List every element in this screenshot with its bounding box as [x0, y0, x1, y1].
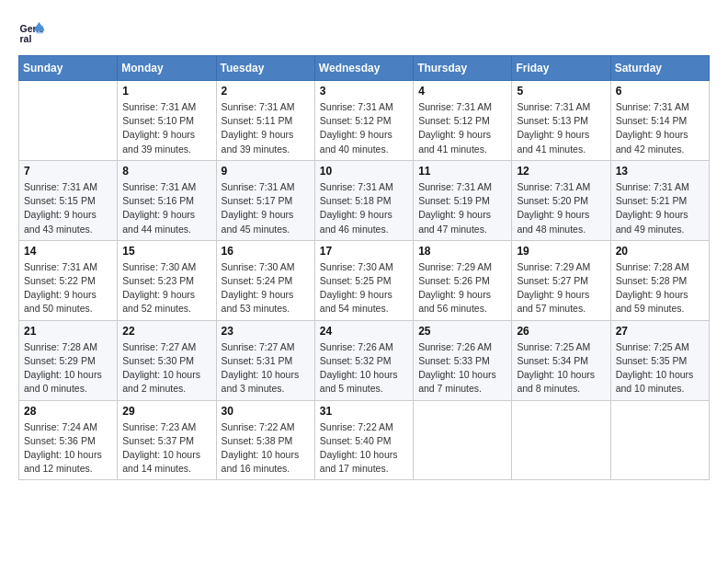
- calendar-cell: 3Sunrise: 7:31 AMSunset: 5:12 PMDaylight…: [314, 81, 413, 161]
- calendar-cell: 24Sunrise: 7:26 AMSunset: 5:32 PMDayligh…: [314, 320, 413, 400]
- day-info: Sunrise: 7:30 AMSunset: 5:23 PMDaylight:…: [122, 260, 210, 316]
- calendar-cell: 26Sunrise: 7:25 AMSunset: 5:34 PMDayligh…: [512, 320, 610, 400]
- calendar-cell: 9Sunrise: 7:31 AMSunset: 5:17 PMDaylight…: [216, 160, 314, 240]
- calendar-cell: [512, 400, 610, 480]
- day-number: 19: [517, 245, 605, 258]
- svg-marker-3: [37, 26, 44, 34]
- day-number: 13: [616, 165, 704, 178]
- calendar-cell: 15Sunrise: 7:30 AMSunset: 5:23 PMDayligh…: [118, 240, 216, 320]
- calendar-cell: 25Sunrise: 7:26 AMSunset: 5:33 PMDayligh…: [414, 320, 512, 400]
- calendar-week-1: 1Sunrise: 7:31 AMSunset: 5:10 PMDaylight…: [19, 81, 710, 161]
- weekday-header-friday: Friday: [512, 56, 610, 81]
- day-info: Sunrise: 7:29 AMSunset: 5:26 PMDaylight:…: [418, 260, 506, 316]
- calendar-cell: 29Sunrise: 7:23 AMSunset: 5:37 PMDayligh…: [118, 400, 216, 480]
- calendar-table: SundayMondayTuesdayWednesdayThursdayFrid…: [18, 55, 710, 480]
- calendar-cell: 12Sunrise: 7:31 AMSunset: 5:20 PMDayligh…: [512, 160, 610, 240]
- day-number: 24: [320, 325, 408, 338]
- day-number: 16: [222, 245, 310, 258]
- weekday-header-monday: Monday: [118, 56, 216, 81]
- day-number: 14: [24, 245, 112, 258]
- day-info: Sunrise: 7:27 AMSunset: 5:31 PMDaylight:…: [222, 340, 310, 396]
- calendar-cell: 14Sunrise: 7:31 AMSunset: 5:22 PMDayligh…: [19, 240, 118, 320]
- calendar-week-3: 14Sunrise: 7:31 AMSunset: 5:22 PMDayligh…: [19, 240, 710, 320]
- day-number: 18: [418, 245, 506, 258]
- day-info: Sunrise: 7:30 AMSunset: 5:24 PMDaylight:…: [222, 260, 310, 316]
- calendar-cell: 6Sunrise: 7:31 AMSunset: 5:14 PMDaylight…: [610, 81, 709, 161]
- calendar-cell: 7Sunrise: 7:31 AMSunset: 5:15 PMDaylight…: [19, 160, 118, 240]
- day-number: 12: [517, 165, 605, 178]
- calendar-cell: [414, 400, 512, 480]
- day-number: 1: [122, 85, 210, 98]
- day-info: Sunrise: 7:28 AMSunset: 5:29 PMDaylight:…: [24, 340, 112, 396]
- day-info: Sunrise: 7:24 AMSunset: 5:36 PMDaylight:…: [24, 420, 112, 477]
- day-number: 6: [616, 85, 704, 98]
- calendar-week-4: 21Sunrise: 7:28 AMSunset: 5:29 PMDayligh…: [19, 320, 710, 400]
- day-number: 23: [222, 325, 310, 338]
- calendar-cell: 10Sunrise: 7:31 AMSunset: 5:18 PMDayligh…: [314, 160, 413, 240]
- calendar-cell: 16Sunrise: 7:30 AMSunset: 5:24 PMDayligh…: [216, 240, 314, 320]
- calendar-cell: 17Sunrise: 7:30 AMSunset: 5:25 PMDayligh…: [314, 240, 413, 320]
- calendar-cell: 11Sunrise: 7:31 AMSunset: 5:19 PMDayligh…: [414, 160, 512, 240]
- calendar-cell: 2Sunrise: 7:31 AMSunset: 5:11 PMDaylight…: [216, 81, 314, 161]
- calendar-cell: 19Sunrise: 7:29 AMSunset: 5:27 PMDayligh…: [512, 240, 610, 320]
- weekday-header-tuesday: Tuesday: [216, 56, 314, 81]
- calendar-cell: 8Sunrise: 7:31 AMSunset: 5:16 PMDaylight…: [118, 160, 216, 240]
- weekday-header-saturday: Saturday: [610, 56, 709, 81]
- weekday-header-thursday: Thursday: [414, 56, 512, 81]
- day-number: 15: [122, 245, 210, 258]
- day-number: 22: [122, 325, 210, 338]
- logo-icon: Gene ral: [18, 18, 46, 46]
- calendar-cell: 28Sunrise: 7:24 AMSunset: 5:36 PMDayligh…: [19, 400, 118, 480]
- day-info: Sunrise: 7:31 AMSunset: 5:15 PMDaylight:…: [24, 180, 112, 236]
- day-info: Sunrise: 7:26 AMSunset: 5:33 PMDaylight:…: [418, 340, 506, 396]
- day-number: 28: [24, 405, 112, 418]
- day-info: Sunrise: 7:31 AMSunset: 5:11 PMDaylight:…: [222, 100, 310, 156]
- day-info: Sunrise: 7:25 AMSunset: 5:34 PMDaylight:…: [517, 340, 605, 396]
- day-info: Sunrise: 7:31 AMSunset: 5:10 PMDaylight:…: [122, 100, 210, 156]
- day-info: Sunrise: 7:30 AMSunset: 5:25 PMDaylight:…: [320, 260, 408, 316]
- calendar-cell: 27Sunrise: 7:25 AMSunset: 5:35 PMDayligh…: [610, 320, 709, 400]
- svg-text:ral: ral: [20, 33, 32, 44]
- weekday-header-sunday: Sunday: [19, 56, 118, 81]
- day-number: 4: [418, 85, 506, 98]
- day-number: 21: [24, 325, 112, 338]
- calendar-cell: 13Sunrise: 7:31 AMSunset: 5:21 PMDayligh…: [610, 160, 709, 240]
- day-info: Sunrise: 7:27 AMSunset: 5:30 PMDaylight:…: [122, 340, 210, 396]
- day-info: Sunrise: 7:31 AMSunset: 5:13 PMDaylight:…: [517, 100, 605, 156]
- day-number: 30: [222, 405, 310, 418]
- day-info: Sunrise: 7:31 AMSunset: 5:19 PMDaylight:…: [418, 180, 506, 236]
- day-number: 20: [616, 245, 704, 258]
- day-info: Sunrise: 7:31 AMSunset: 5:12 PMDaylight:…: [418, 100, 506, 156]
- logo: Gene ral: [18, 18, 50, 46]
- day-number: 3: [320, 85, 408, 98]
- calendar-cell: 20Sunrise: 7:28 AMSunset: 5:28 PMDayligh…: [610, 240, 709, 320]
- day-number: 29: [122, 405, 210, 418]
- calendar-cell: 18Sunrise: 7:29 AMSunset: 5:26 PMDayligh…: [414, 240, 512, 320]
- day-number: 25: [418, 325, 506, 338]
- day-info: Sunrise: 7:31 AMSunset: 5:17 PMDaylight:…: [222, 180, 310, 236]
- page-header: Gene ral: [18, 18, 710, 46]
- calendar-week-5: 28Sunrise: 7:24 AMSunset: 5:36 PMDayligh…: [19, 400, 710, 480]
- day-info: Sunrise: 7:28 AMSunset: 5:28 PMDaylight:…: [616, 260, 704, 316]
- calendar-week-2: 7Sunrise: 7:31 AMSunset: 5:15 PMDaylight…: [19, 160, 710, 240]
- calendar-cell: 23Sunrise: 7:27 AMSunset: 5:31 PMDayligh…: [216, 320, 314, 400]
- calendar-cell: [610, 400, 709, 480]
- day-info: Sunrise: 7:31 AMSunset: 5:16 PMDaylight:…: [122, 180, 210, 236]
- day-info: Sunrise: 7:31 AMSunset: 5:21 PMDaylight:…: [616, 180, 704, 236]
- day-number: 7: [24, 165, 112, 178]
- day-info: Sunrise: 7:25 AMSunset: 5:35 PMDaylight:…: [616, 340, 704, 396]
- calendar-cell: 5Sunrise: 7:31 AMSunset: 5:13 PMDaylight…: [512, 81, 610, 161]
- day-info: Sunrise: 7:31 AMSunset: 5:22 PMDaylight:…: [24, 260, 112, 316]
- day-number: 10: [320, 165, 408, 178]
- day-number: 9: [222, 165, 310, 178]
- day-number: 11: [418, 165, 506, 178]
- calendar-cell: 22Sunrise: 7:27 AMSunset: 5:30 PMDayligh…: [118, 320, 216, 400]
- day-number: 17: [320, 245, 408, 258]
- day-number: 27: [616, 325, 704, 338]
- day-info: Sunrise: 7:29 AMSunset: 5:27 PMDaylight:…: [517, 260, 605, 316]
- day-number: 8: [122, 165, 210, 178]
- day-info: Sunrise: 7:31 AMSunset: 5:12 PMDaylight:…: [320, 100, 408, 156]
- calendar-cell: 21Sunrise: 7:28 AMSunset: 5:29 PMDayligh…: [19, 320, 118, 400]
- calendar-cell: 31Sunrise: 7:22 AMSunset: 5:40 PMDayligh…: [314, 400, 413, 480]
- day-number: 26: [517, 325, 605, 338]
